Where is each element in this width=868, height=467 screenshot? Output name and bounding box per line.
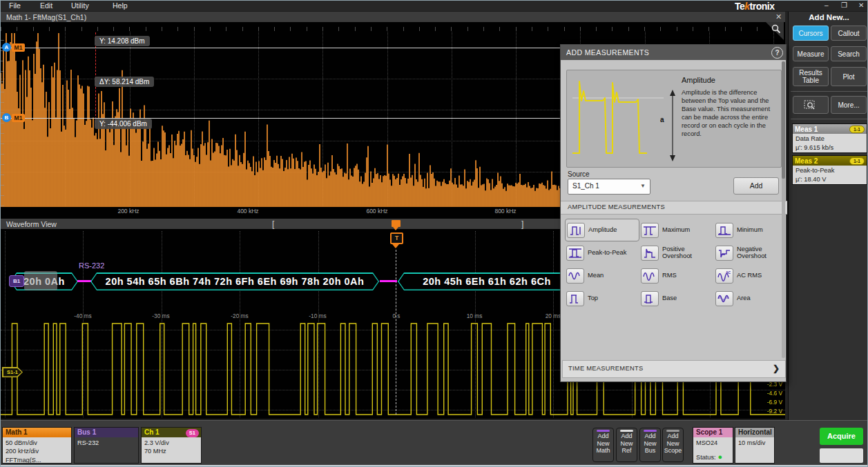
add-new-scope-button[interactable]: AddNewScope	[662, 428, 684, 462]
measurement-ac-rms[interactable]: AC AC RMS	[714, 264, 783, 287]
source-select[interactable]: S1_Ch 1 ▼	[568, 179, 650, 195]
maximum-icon	[641, 223, 659, 238]
area-icon	[715, 291, 733, 306]
meas2-result-card[interactable]: Meas 2 1-1 Peak-to-Peak µ': 18.40 V	[792, 155, 867, 185]
peak-to-peak-icon	[566, 246, 584, 261]
bus-b1-badge[interactable]: B1	[9, 275, 24, 287]
measurement-negative-overshoot[interactable]: Negative Overshoot	[714, 241, 783, 264]
bus-name-label: RS-232	[79, 261, 104, 270]
voltage-label-2: -6.9 V	[756, 399, 782, 406]
results-table-button[interactable]: Results Table	[793, 67, 829, 86]
add-measurements-dialog: ADD MEASUREMENTS ? a Amplitude Amplitude…	[560, 44, 787, 382]
search-button[interactable]: Search	[831, 46, 867, 61]
plot-button[interactable]: Plot	[831, 67, 867, 86]
bottom-status-bar: Math 1 50 dBm/div 200 kHz/div FFTmag(S..…	[1, 420, 868, 465]
status-dot-icon: ●	[718, 454, 723, 460]
measurement-amplitude[interactable]: Amplitude	[565, 219, 639, 241]
math1-badge[interactable]: Math 1 50 dBm/div 200 kHz/div FFTmag(S..…	[2, 427, 72, 464]
voltage-label-3: -9.2 V	[756, 408, 782, 415]
source-label: Source	[568, 170, 590, 178]
trigger-flag[interactable]: T	[390, 232, 403, 244]
callout-button[interactable]: Callout	[831, 26, 867, 41]
trigger-flag-arrow	[392, 244, 399, 248]
horizontal-position-marker[interactable]	[392, 220, 401, 227]
caret-down-icon: ▼	[640, 183, 646, 189]
more-button[interactable]: More...	[831, 96, 867, 114]
measurement-minimum[interactable]: Minimum	[714, 219, 783, 241]
measurement-top[interactable]: Top	[565, 287, 639, 310]
add-new-ref-button[interactable]: AddNewRef	[616, 428, 637, 462]
bus-packet-2[interactable]: 20h 54h 65h 6Bh 74h 72h 6Fh 6Eh 69h 78h …	[90, 272, 379, 290]
measurement-peak-to-peak[interactable]: Peak-to-Peak	[565, 241, 639, 264]
amplitude-icon	[567, 223, 585, 238]
measure-button[interactable]: Measure	[793, 46, 829, 61]
dialog-scrollbar-track[interactable]	[782, 61, 785, 358]
close-icon[interactable]: ✕	[858, 1, 864, 9]
meas1-result-card[interactable]: Meas 1 1-1 Data Rate µ': 9.615 kb/s	[792, 123, 867, 153]
math-close-icon[interactable]: ✕	[775, 12, 782, 21]
dialog-header[interactable]: ADD MEASUREMENTS ?	[561, 45, 786, 60]
measurement-base[interactable]: Base	[639, 287, 714, 310]
cursor-b-badge: B	[2, 113, 11, 122]
measurement-rms[interactable]: RMS	[639, 264, 714, 287]
menu-utility[interactable]: Utility	[71, 1, 89, 10]
time-measurements-bar[interactable]: TIME MEASUREMENTS ❯	[562, 360, 786, 378]
bus-idle-segment-1	[77, 280, 91, 282]
acquire-button[interactable]: Acquire	[820, 428, 863, 445]
time-label-3: -10 ms	[302, 312, 333, 319]
bus-idle-segment-2	[380, 280, 397, 282]
ch1-bandwidth: 70 MHz	[144, 447, 198, 455]
freq-label-600k: 600 kHz	[362, 208, 392, 215]
horizontal-badge[interactable]: Horizontal 10 ms/div	[735, 427, 775, 464]
menu-file[interactable]: File	[9, 1, 21, 10]
bus-packet-3[interactable]: 20h 45h 6Eh 61h 62h 6Ch	[398, 272, 576, 290]
measurement-area[interactable]: Area	[714, 287, 783, 310]
measurement-positive-overshoot[interactable]: Positive Overshoot	[639, 241, 714, 264]
trace-m1-badge-b: M1	[12, 114, 25, 122]
magnifier-icon[interactable]	[771, 24, 781, 34]
menu-bar: File Edit Utility Help Tektronix – ❐ ✕	[1, 1, 868, 11]
measurement-maximum[interactable]: Maximum	[639, 219, 714, 241]
measurement-mean[interactable]: Mean	[565, 264, 639, 287]
trigger-position-line	[396, 250, 396, 415]
cursor-a-badge: A	[2, 43, 11, 52]
math1-function: FFTmag(S...	[6, 456, 68, 464]
mean-icon	[566, 268, 584, 284]
description-title: Amplitude	[682, 76, 715, 84]
math-view-titlebar: Math 1- FftMag(S1_Ch1) ✕	[1, 12, 785, 22]
add-button[interactable]: Add	[733, 177, 779, 195]
restore-icon[interactable]: ❐	[841, 1, 847, 9]
base-icon	[641, 291, 659, 306]
time-label-0: -40 ms	[68, 312, 98, 319]
measurement-description-panel: a Amplitude Amplitude is the difference …	[566, 70, 782, 168]
help-icon[interactable]: ?	[771, 47, 783, 59]
menu-edit[interactable]: Edit	[40, 1, 52, 10]
zoom-bracket-left[interactable]: [	[272, 219, 274, 229]
time-label-2: -20 ms	[224, 312, 255, 319]
cursor-delta-readout: ΔY: 58.214 dBm	[95, 77, 154, 87]
time-label-5: 10 ms	[459, 312, 490, 319]
negative-overshoot-icon	[715, 246, 733, 261]
dialog-title: ADD MEASUREMENTS	[566, 48, 649, 57]
scope1-status-label: Status:	[696, 453, 716, 461]
minimize-icon[interactable]: –	[824, 1, 829, 9]
sidebar-title: Add New...	[789, 13, 868, 21]
ghost-overlay	[24, 271, 57, 290]
meas2-value: µ': 18.40 V	[795, 175, 864, 184]
add-new-bus-button[interactable]: AddNewBus	[639, 428, 661, 462]
zoom-mode-button[interactable]	[793, 96, 829, 114]
zoom-bracket-right[interactable]: ]	[521, 219, 523, 229]
menu-help[interactable]: Help	[113, 1, 128, 10]
ch1-badge[interactable]: Ch 1 S1 2.3 V/div 70 MHz	[141, 427, 202, 464]
add-new-math-button[interactable]: AddNewMath	[592, 428, 614, 462]
description-text: Amplitude is the difference between the …	[682, 88, 780, 138]
dialog-scrollbar-thumb[interactable]	[782, 61, 785, 179]
bus1-badge[interactable]: Bus 1 RS-232	[74, 427, 139, 464]
trace-m1-badge-a: M1	[12, 43, 25, 52]
svg-text:AC: AC	[726, 270, 731, 275]
cursor-b-readout: Y: -44.006 dBm	[95, 119, 152, 129]
math1-span: 200 kHz/div	[6, 447, 68, 455]
scope1-badge[interactable]: Scope 1 MSO24 Status: ●	[693, 427, 733, 464]
cursors-button[interactable]: Cursors	[793, 26, 829, 41]
ch1-scale: 2.3 V/div	[144, 439, 198, 447]
